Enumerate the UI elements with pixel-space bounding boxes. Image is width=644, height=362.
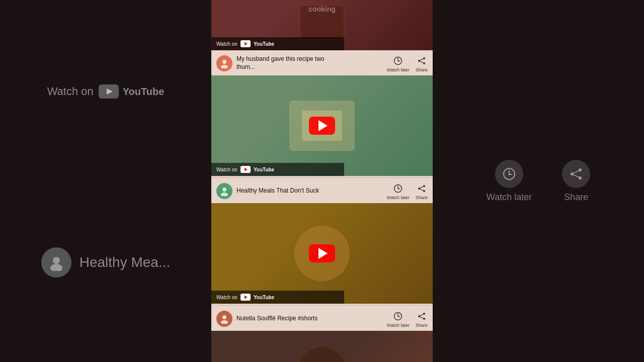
svg-line-22 <box>420 59 424 60</box>
svg-point-19 <box>423 57 425 59</box>
svg-point-27 <box>221 193 228 196</box>
background-left: Watch on YouTube Healthy Mea... <box>0 0 211 362</box>
video-feed: cooking Watch on YouTube My hus <box>211 0 433 362</box>
video-2-play-btn[interactable] <box>309 244 335 262</box>
video-1-actions: Watch later Share <box>387 55 428 72</box>
video-3-share-btn[interactable]: Share <box>416 311 428 328</box>
bg-watch-later-icon <box>495 160 523 188</box>
video-3-title: Nutella Soufflé Recipe #shorts <box>236 315 317 323</box>
first-card-partial: cooking Watch on YouTube <box>211 0 433 50</box>
video-card-1-header: My husband gave this recipe two thum... … <box>211 50 433 75</box>
svg-point-45 <box>418 315 420 317</box>
video-2-watch-on-text: Watch on <box>216 295 237 300</box>
play-triangle-2 <box>318 248 328 259</box>
video-1-share-label: Share <box>416 67 428 72</box>
watch-later-icon-2 <box>392 183 404 194</box>
bg-watch-later: Watch later <box>487 160 532 203</box>
video-2-play-area[interactable] <box>211 203 433 304</box>
bg-share: Share <box>562 160 590 203</box>
background-right: Watch later Share <box>433 0 644 362</box>
svg-point-14 <box>222 60 226 64</box>
svg-point-20 <box>423 62 425 64</box>
svg-point-32 <box>423 190 425 192</box>
svg-point-21 <box>418 60 420 62</box>
svg-line-10 <box>574 170 579 173</box>
video-2-avatar <box>216 183 232 199</box>
bg-share-label: Share <box>564 192 588 203</box>
svg-point-31 <box>423 185 425 187</box>
video-1-watch-on-text: Watch on <box>216 167 237 172</box>
svg-line-46 <box>420 314 424 316</box>
bg-channel-label: Healthy Mea... <box>79 254 171 270</box>
svg-point-8 <box>579 176 582 179</box>
svg-point-7 <box>579 168 582 171</box>
video-2-watch-later-label: Watch later <box>387 195 410 200</box>
video-3-thumbnail[interactable] <box>211 331 433 362</box>
bg-youtube-logo: YouTube <box>99 84 165 99</box>
video-2-share-btn[interactable]: Share <box>416 183 428 200</box>
bg-watch-later-label: Watch later <box>487 192 532 203</box>
video-2-yt-text: YouTube <box>254 295 274 300</box>
svg-point-38 <box>222 315 226 319</box>
video-2-watch-later-btn[interactable]: Watch later <box>387 183 410 200</box>
video-2-share-label: Share <box>416 195 428 200</box>
svg-point-39 <box>221 320 228 324</box>
watch-later-icon-3 <box>392 311 404 322</box>
first-watch-on-text: Watch on <box>216 41 237 47</box>
video-1-play-area[interactable] <box>211 75 433 176</box>
video-3-share-label: Share <box>416 323 428 328</box>
watch-later-icon <box>392 55 404 66</box>
svg-point-44 <box>423 318 425 320</box>
bg-share-icon <box>562 160 590 188</box>
first-watch-on-bar: Watch on YouTube <box>211 37 344 50</box>
video-2-actions: Watch later Share <box>387 183 428 200</box>
share-icon-3 <box>416 311 427 322</box>
first-yt-icon <box>240 40 251 47</box>
video-3-avatar <box>216 311 232 327</box>
video-3-watch-later-label: Watch later <box>387 323 410 328</box>
video-card-3-header: Nutella Soufflé Recipe #shorts Watch lat… <box>211 306 433 331</box>
first-yt-label: YouTube <box>254 41 274 47</box>
bg-watch-on-label: Watch on <box>47 85 94 98</box>
bg-right-icons: Watch later Share <box>487 160 590 203</box>
video-1-watch-later-label: Watch later <box>387 67 410 72</box>
video-2-watch-on-bar: Watch on YouTube <box>211 291 344 304</box>
svg-point-9 <box>571 172 574 175</box>
video-2-title: Healthy Meals That Don't Suck <box>236 187 319 195</box>
share-icon-2 <box>416 183 427 194</box>
video-1-avatar <box>216 55 232 71</box>
video-card-2-header: Healthy Meals That Don't Suck Watch late… <box>211 178 433 203</box>
svg-point-43 <box>423 313 425 315</box>
video-1-title: My husband gave this recipe two thum... <box>236 55 337 71</box>
bg-channel-avatar <box>41 247 71 278</box>
video-3-channel: Nutella Soufflé Recipe #shorts <box>216 311 317 327</box>
video-1-play-btn[interactable] <box>309 117 335 135</box>
video-2-yt-icon <box>240 294 251 301</box>
svg-line-34 <box>420 187 424 188</box>
video-card-2: Healthy Meals That Don't Suck Watch late… <box>211 178 433 304</box>
svg-line-23 <box>420 61 424 63</box>
video-card-3: Nutella Soufflé Recipe #shorts Watch lat… <box>211 306 433 362</box>
svg-point-15 <box>221 65 228 68</box>
video-3-watch-later-btn[interactable]: Watch later <box>387 311 410 328</box>
video-1-share-btn[interactable]: Share <box>416 55 428 72</box>
svg-point-2 <box>53 257 60 264</box>
video-1-watch-on-bar: Watch on YouTube <box>211 163 344 176</box>
video-1-channel: My husband gave this recipe two thum... <box>216 55 337 71</box>
svg-line-11 <box>574 174 579 177</box>
first-food-graphic <box>299 5 345 40</box>
svg-point-33 <box>418 188 420 190</box>
video-3-play-area[interactable] <box>211 331 433 362</box>
play-triangle-1 <box>318 120 328 131</box>
share-icon-1 <box>416 55 427 66</box>
video-1-watch-later-btn[interactable]: Watch later <box>387 55 410 72</box>
video-card-1: My husband gave this recipe two thum... … <box>211 50 433 176</box>
video-2-channel: Healthy Meals That Don't Suck <box>216 183 319 199</box>
video-1-yt-text: YouTube <box>254 167 274 172</box>
video-2-thumbnail[interactable]: Watch on YouTube <box>211 203 433 304</box>
bg-channel-info: Healthy Mea... <box>41 247 171 278</box>
video-1-yt-icon <box>240 166 251 173</box>
svg-point-3 <box>50 264 62 271</box>
video-3-actions: Watch later Share <box>387 311 428 328</box>
video-1-thumbnail[interactable]: Watch on YouTube <box>211 75 433 176</box>
